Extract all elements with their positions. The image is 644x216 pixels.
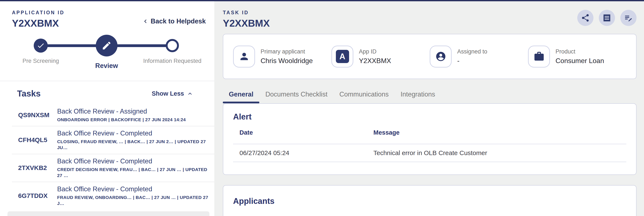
edit-note-button[interactable] (620, 10, 636, 26)
share-button[interactable] (577, 10, 594, 26)
detail-tabs: General Documents Checklist Communicatio… (223, 89, 636, 103)
account-circle-icon-box (430, 46, 452, 67)
task-title: Back Office Review - Completed (57, 185, 210, 194)
task-list: QS9NXSM Back Office Review - Assigned ON… (0, 104, 214, 216)
task-id: 2TXVKB2 (18, 164, 57, 172)
task-id-label: TASK ID (223, 10, 636, 15)
task-detail-panel: TASK ID Y2XXBMX Primary ap (214, 1, 644, 216)
task-meta: ONBOARDING ERROR | BACKOFFICE | 27 JUN 2… (57, 117, 210, 123)
tab-integrations[interactable]: Integrations (394, 89, 441, 103)
task-id: 6G7TDDX (18, 192, 57, 199)
alert-column-message: Message (367, 127, 626, 144)
back-to-helpdesk-link[interactable]: Back to Helpdesk (142, 17, 206, 25)
receipt-button[interactable] (599, 10, 615, 26)
applicants-title: Applicants (233, 197, 626, 206)
summary-label: Primary applicant (260, 48, 313, 55)
tab-communications[interactable]: Communications (334, 89, 395, 103)
task-title: Back Office Review - Completed (57, 157, 210, 166)
check-icon (37, 41, 45, 50)
summary-text: Primary applicant Chris Wooldridge (260, 48, 313, 65)
summary-value: - (457, 57, 487, 65)
briefcase-icon (534, 51, 545, 62)
task-actions (577, 10, 636, 26)
task-content: Back Office Review - Assigned ONBOARDING… (57, 107, 210, 123)
task-content: Back Office Review - Completed CREDIT DE… (57, 157, 210, 179)
task-id: QS9NXSM (18, 111, 57, 119)
task-title: Back Office Review - Completed (57, 129, 210, 138)
show-less-toggle[interactable]: Show Less (152, 90, 194, 97)
letter-a-icon: A (336, 50, 349, 63)
task-meta: CREDIT DECISION REVIEW, FRAU… | BAC… | 2… (57, 167, 210, 179)
edit-note-icon (624, 13, 633, 22)
person-icon-box (233, 46, 255, 67)
alert-column-date: Date (233, 127, 367, 144)
alert-title: Alert (233, 112, 626, 121)
alert-date-cell: 06/27/2024 05:24 (233, 144, 367, 162)
alert-card: Alert Date Message 06/27/2024 05:24 Tech… (223, 103, 636, 175)
back-to-helpdesk-label: Back to Helpdesk (151, 17, 206, 25)
step-label-review: Review (95, 62, 118, 70)
summary-text: Assigned to - (457, 48, 487, 65)
step-pre-screening-node[interactable] (34, 38, 48, 53)
briefcase-icon-box (528, 46, 550, 67)
pencil-icon (102, 40, 112, 51)
application-sidebar: APPLICATION ID Y2XXBMX Back to Helpdesk … (0, 1, 214, 216)
show-less-label: Show Less (152, 90, 184, 97)
summary-item-assigned-to: Assigned to - (430, 46, 528, 67)
summary-value: Consumer Loan (556, 57, 604, 65)
tasks-header: Tasks Show Less (17, 89, 194, 98)
receipt-icon (602, 13, 611, 22)
letter-a-icon-box: A (332, 46, 353, 67)
task-meta: FRAUD REVIEW, ONBOARDING… | BAC… | 27 JU… (57, 195, 210, 207)
tasks-title: Tasks (17, 89, 40, 98)
task-content: Back Office Review - Completed CLOSING, … (57, 129, 210, 151)
step-review-node[interactable] (96, 35, 118, 56)
main-layout: APPLICATION ID Y2XXBMX Back to Helpdesk … (0, 1, 644, 216)
summary-item-product: Product Consumer Loan (528, 46, 626, 67)
task-title: Originations Retail - Completed (57, 215, 206, 216)
summary-value: Chris Wooldridge (260, 57, 313, 65)
alert-message-cell: Technical error in OLB Create Customer (367, 144, 626, 162)
application-header: APPLICATION ID Y2XXBMX Back to Helpdesk (0, 1, 214, 29)
task-row[interactable]: QS9NXSM Back Office Review - Assigned ON… (0, 104, 214, 126)
person-icon (238, 51, 250, 62)
chevron-up-icon (186, 90, 194, 97)
task-meta: CLOSING, FRAUD REVIEW, … | BACK… | 27 JU… (57, 139, 210, 151)
task-title: Back Office Review - Assigned (57, 107, 210, 116)
task-summary-card: Primary applicant Chris Wooldridge A App… (223, 34, 636, 79)
share-icon (581, 13, 590, 22)
task-header: TASK ID Y2XXBMX (223, 10, 636, 29)
task-id-value: Y2XXBMX (223, 18, 636, 29)
task-row-selected[interactable]: Y2XXBMX Originations Retail - Completed … (8, 211, 210, 216)
step-information-requested-node[interactable] (166, 39, 179, 52)
step-label-information-requested: Information Requested (143, 58, 201, 64)
task-content: Originations Retail - Completed 27 JUN 2… (57, 215, 206, 216)
summary-text: App ID Y2XXBMX (359, 48, 391, 65)
step-label-pre-screening: Pre Screening (22, 58, 59, 64)
tab-documents-checklist[interactable]: Documents Checklist (259, 89, 333, 103)
application-id-label: APPLICATION ID (12, 10, 206, 15)
summary-value: Y2XXBMX (359, 57, 391, 65)
tab-general[interactable]: General (223, 89, 259, 103)
alert-table: Date Message 06/27/2024 05:24 Technical … (233, 127, 626, 162)
sidebar-divider (0, 81, 214, 81)
summary-label: App ID (359, 48, 391, 55)
task-content: Back Office Review - Completed FRAUD REV… (57, 185, 210, 207)
summary-text: Product Consumer Loan (556, 48, 604, 65)
summary-label: Assigned to (457, 48, 487, 55)
summary-item-primary-applicant: Primary applicant Chris Wooldridge (233, 46, 332, 67)
task-id: CFH4QL5 (18, 136, 57, 144)
alert-table-row[interactable]: 06/27/2024 05:24 Technical error in OLB … (233, 144, 626, 162)
applicants-card: Applicants (223, 185, 636, 216)
task-row[interactable]: 2TXVKB2 Back Office Review - Completed C… (0, 154, 214, 182)
alert-table-header-row: Date Message (233, 127, 626, 144)
summary-item-app-id: A App ID Y2XXBMX (332, 46, 430, 67)
chevron-left-icon (142, 18, 149, 25)
task-row[interactable]: 6G7TDDX Back Office Review - Completed F… (0, 182, 214, 210)
summary-label: Product (556, 48, 604, 55)
task-row[interactable]: CFH4QL5 Back Office Review - Completed C… (0, 126, 214, 154)
account-circle-icon (435, 51, 446, 62)
application-stepper: Pre Screening Review Information Request… (0, 33, 214, 81)
